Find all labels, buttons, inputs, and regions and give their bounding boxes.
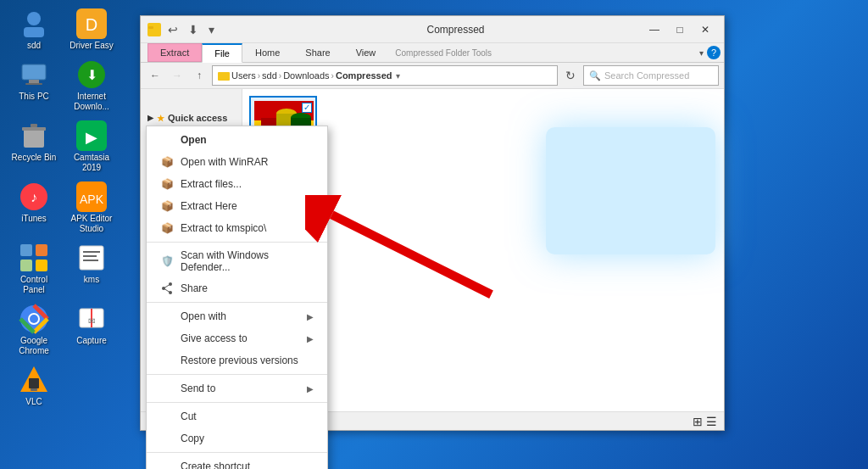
tab-view[interactable]: View	[343, 43, 389, 62]
tab-file[interactable]: File	[202, 43, 242, 63]
up-button[interactable]: ↑	[190, 66, 209, 85]
cm-item-extract-to[interactable]: 📦 Extract to kmspico\	[147, 217, 327, 239]
file-checkbox[interactable]: ✓	[302, 103, 312, 113]
help-button[interactable]: ?	[707, 46, 721, 59]
cm-item-create-shortcut[interactable]: Create shortcut	[147, 455, 327, 469]
cm-item-send-to[interactable]: Send to ▶	[147, 377, 327, 399]
restore-versions-icon	[160, 354, 174, 367]
desktop-icon-vlc[interactable]: VLC	[8, 365, 59, 407]
sidebar-quick-access[interactable]: ▶ ★ Quick access	[141, 109, 242, 126]
forward-button[interactable]: →	[168, 66, 186, 85]
desktop-icon-recycle-bin[interactable]: Recycle Bin	[8, 120, 59, 173]
svg-text:▶: ▶	[86, 129, 97, 146]
svg-rect-24	[83, 255, 97, 257]
title-bar-left: ↩ ⬇ ▾	[147, 21, 218, 38]
address-path[interactable]: Users › sdd › Downloads › Compressed ▾	[212, 65, 558, 86]
apk-editor-label: APK Editor Studio	[66, 214, 117, 234]
details-view-button[interactable]: ☰	[706, 415, 717, 428]
desktop-icon-chrome[interactable]: Google Chrome	[8, 304, 59, 356]
svg-rect-5	[29, 80, 39, 83]
camtasia-icon: ▶	[76, 120, 107, 151]
cm-item-share[interactable]: Share	[147, 277, 327, 299]
svg-text:✉: ✉	[88, 316, 95, 326]
desktop-icon-this-pc[interactable]: This PC	[8, 59, 59, 112]
ribbon-collapse-btn[interactable]: ▾	[699, 48, 704, 58]
ribbon: Extract File Home Share View Compressed …	[141, 43, 724, 63]
quick-access-star-icon: ★	[157, 114, 164, 123]
cm-item-open[interactable]: Open	[147, 129, 327, 151]
minimize-button[interactable]: —	[643, 20, 666, 39]
quick-access-btn-3[interactable]: ▾	[205, 21, 218, 38]
cm-item-copy[interactable]: Copy	[147, 427, 327, 449]
cm-item-cut[interactable]: Cut	[147, 405, 327, 427]
cm-scan-defender-label: Scan with Windows Defender...	[181, 249, 314, 273]
desktop-icon-driver-easy[interactable]: D Driver Easy	[66, 8, 117, 51]
maximize-button[interactable]: □	[668, 20, 692, 39]
address-bar: ← → ↑ Users › sdd › Downloads › Compress…	[141, 63, 724, 89]
cm-section-clipboard: Cut Copy	[147, 403, 327, 453]
cm-item-open-winrar[interactable]: 📦 Open with WinRAR	[147, 151, 327, 173]
share-icon	[160, 282, 174, 295]
svg-rect-20	[20, 260, 32, 271]
svg-rect-9	[24, 129, 44, 148]
control-panel-icon	[19, 243, 49, 273]
cm-item-extract-here[interactable]: 📦 Extract Here	[147, 195, 327, 217]
desktop-icon-kms[interactable]: kms	[66, 243, 117, 295]
desktop-icon-itunes[interactable]: ♪ iTunes	[8, 181, 59, 234]
svg-rect-4	[22, 64, 46, 80]
search-box[interactable]: 🔍 Search Compressed	[583, 65, 719, 86]
chrome-label: Google Chrome	[8, 336, 59, 356]
cm-item-open-with[interactable]: Open with ▶	[147, 305, 327, 327]
svg-rect-35	[31, 388, 37, 391]
capture-label: Capture	[76, 336, 107, 346]
tab-share[interactable]: Share	[292, 43, 342, 62]
svg-text:♪: ♪	[31, 190, 37, 204]
grid-view-button[interactable]: ⊞	[693, 415, 703, 428]
search-placeholder: Search Compressed	[604, 70, 689, 81]
refresh-button[interactable]: ↻	[561, 66, 580, 85]
capture-icon: ✉	[76, 304, 107, 334]
this-pc-label: This PC	[19, 92, 49, 102]
cm-open-with-label: Open with	[181, 310, 226, 322]
cm-section-defender: 🛡️ Scan with Windows Defender... Share	[147, 243, 327, 303]
breadcrumb-dropdown[interactable]: ▾	[396, 71, 400, 81]
internet-download-label: Internet Downlo...	[66, 92, 117, 112]
desktop-icon-apk-editor[interactable]: APK APK Editor Studio	[66, 181, 117, 234]
tab-home[interactable]: Home	[242, 43, 292, 62]
defender-icon: 🛡️	[160, 254, 174, 268]
cm-item-extract-files[interactable]: 📦 Extract files...	[147, 173, 327, 195]
cm-share-label: Share	[181, 282, 208, 294]
itunes-icon: ♪	[19, 181, 49, 212]
cm-item-give-access[interactable]: Give access to ▶	[147, 327, 327, 349]
quick-access-btn-1[interactable]: ↩	[164, 21, 181, 38]
vlc-label: VLC	[25, 397, 42, 407]
back-button[interactable]: ←	[146, 66, 164, 85]
chrome-icon	[19, 304, 49, 334]
cm-extract-files-label: Extract files...	[181, 178, 242, 190]
desktop-icon-camtasia[interactable]: ▶ Camtasia 2019	[66, 120, 117, 173]
glow-shape	[546, 127, 715, 254]
sdd-label: sdd	[27, 41, 41, 51]
close-button[interactable]: ✕	[693, 20, 717, 39]
quick-access-label: Quick access	[168, 113, 227, 123]
desktop-icon-sdd[interactable]: sdd	[8, 8, 59, 51]
search-icon: 🔍	[589, 70, 601, 81]
desktop-icon-control-panel[interactable]: Control Panel	[8, 243, 59, 295]
winrar-icon: 📦	[160, 155, 174, 169]
cm-extract-to-label: Extract to kmspico\	[181, 222, 266, 234]
send-to-icon	[160, 382, 174, 395]
window-controls: — □ ✕	[643, 20, 717, 39]
copy-icon	[160, 432, 174, 445]
svg-rect-10	[22, 127, 46, 131]
tab-extract[interactable]: Extract	[147, 43, 202, 62]
quick-access-btn-2[interactable]: ⬇	[185, 21, 202, 38]
itunes-label: iTunes	[21, 214, 47, 224]
cm-item-restore-versions[interactable]: Restore previous versions	[147, 349, 327, 371]
cm-item-scan-defender[interactable]: 🛡️ Scan with Windows Defender...	[147, 245, 327, 277]
desktop-icon-capture[interactable]: ✉ Capture	[66, 304, 117, 356]
ribbon-right-controls: ▾ ?	[696, 43, 724, 62]
kms-label: kms	[84, 275, 99, 285]
this-pc-icon	[19, 59, 49, 90]
desktop-icon-internet-download[interactable]: ⬇ Internet Downlo...	[66, 59, 117, 112]
cm-section-fileops: Create shortcut Delete Rename	[147, 453, 327, 469]
